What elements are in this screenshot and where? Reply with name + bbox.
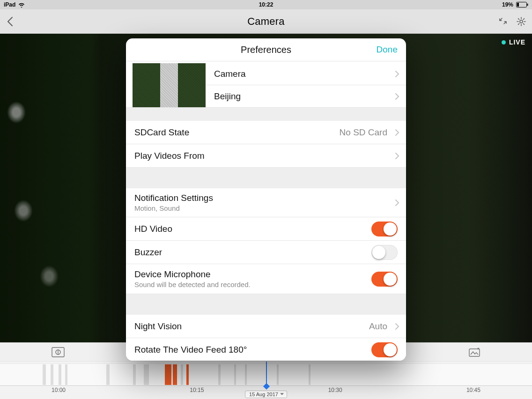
sdcard-value: No SD Card: [340, 127, 398, 138]
battery-pct: 19%: [502, 1, 513, 8]
back-button[interactable]: [7, 16, 14, 27]
timeline-event[interactable]: [133, 364, 136, 385]
hd-video-toggle[interactable]: [371, 222, 398, 236]
timeline-event[interactable]: [245, 364, 247, 385]
chevron-right-icon: [395, 129, 399, 136]
chevron-right-icon: [395, 323, 399, 330]
row-device-microphone: Device Microphone Sound will be detected…: [126, 264, 406, 294]
rotate-label: Rotate The Video Feed 180°: [134, 345, 247, 355]
nav-bar: Camera: [0, 9, 532, 34]
row-camera-name[interactable]: Camera: [206, 63, 406, 85]
done-button[interactable]: Done: [377, 44, 398, 55]
row-hd-video: HD Video: [126, 217, 406, 241]
camera-header: Camera Beijing: [126, 61, 406, 108]
svg-rect-7: [469, 349, 480, 356]
timeline-tick: 10:30: [328, 387, 342, 394]
night-vision-value: Auto: [369, 321, 398, 332]
svg-rect-2: [517, 3, 519, 7]
collapse-icon[interactable]: [498, 16, 508, 27]
play-from-label: Play Videos From: [134, 151, 205, 161]
svg-point-3: [520, 20, 523, 23]
timeline-event[interactable]: [173, 364, 177, 385]
row-play-videos-from[interactable]: Play Videos From: [126, 144, 406, 168]
mic-sub: Sound will be detected and recorded.: [134, 281, 251, 288]
row-night-vision[interactable]: Night Vision Auto: [126, 315, 406, 338]
clock: 10:22: [259, 1, 273, 8]
chevron-right-icon: [395, 70, 399, 78]
timeline-event[interactable]: [218, 364, 221, 385]
row-rotate-video: Rotate The Video Feed 180°: [126, 338, 406, 361]
mic-label: Device Microphone: [134, 269, 211, 280]
timeline-tick: 10:15: [190, 387, 204, 394]
row-camera-location[interactable]: Beijing: [206, 85, 406, 107]
timeline-event[interactable]: [277, 364, 279, 385]
timeline-event[interactable]: [234, 364, 236, 385]
timeline-tick: 10:00: [52, 387, 66, 394]
timeline-event[interactable]: [186, 364, 189, 385]
wifi-icon: [18, 2, 25, 7]
night-vision-label: Night Vision: [134, 321, 182, 332]
chevron-right-icon: [395, 199, 399, 207]
camera-location-label: Beijing: [214, 91, 241, 102]
row-notifications[interactable]: Notification Settings Motion, Sound: [126, 188, 406, 217]
mic-toggle[interactable]: [371, 272, 398, 287]
live-label: LIVE: [509, 38, 525, 46]
chevron-right-icon: [395, 93, 399, 100]
timeline[interactable]: 10:0010:1510:3010:45 15 Aug 2017: [0, 362, 532, 399]
timeline-event[interactable]: [59, 364, 61, 385]
battery-icon: [516, 2, 528, 7]
camera-thumbnail: [133, 63, 206, 107]
svg-rect-1: [527, 4, 528, 6]
rotate-toggle[interactable]: [371, 342, 398, 357]
timeline-tick: 10:45: [466, 387, 480, 394]
live-dot-icon: [502, 40, 506, 44]
hd-video-label: HD Video: [134, 224, 172, 234]
buzzer-toggle[interactable]: [371, 245, 398, 260]
timeline-event[interactable]: [144, 364, 149, 385]
snapshot-icon[interactable]: [468, 347, 480, 357]
status-bar: iPad 10:22 19%: [0, 0, 532, 9]
timeline-event[interactable]: [181, 364, 183, 385]
timeline-event[interactable]: [51, 364, 53, 385]
page-title: Camera: [247, 15, 284, 28]
modal-title: Preferences: [241, 44, 291, 55]
device-label: iPad: [4, 1, 15, 8]
row-sdcard[interactable]: SDCard State No SD Card: [126, 121, 406, 144]
notifications-sub: Motion, Sound: [134, 204, 180, 212]
record-icon[interactable]: [52, 347, 65, 357]
settings-icon[interactable]: [516, 16, 526, 27]
timeline-cursor[interactable]: [266, 362, 267, 386]
row-buzzer: Buzzer: [126, 241, 406, 264]
camera-name-label: Camera: [214, 69, 246, 79]
timeline-event[interactable]: [309, 364, 311, 385]
date-label: 15 Aug 2017: [249, 392, 278, 397]
sdcard-label: SDCard State: [134, 127, 189, 138]
notifications-label: Notification Settings: [134, 193, 213, 203]
chevron-right-icon: [395, 152, 399, 160]
timeline-event[interactable]: [43, 364, 46, 385]
date-picker[interactable]: 15 Aug 2017: [245, 391, 287, 398]
timeline-event[interactable]: [65, 364, 68, 385]
live-badge: LIVE: [502, 38, 525, 46]
timeline-event[interactable]: [165, 364, 171, 385]
buzzer-label: Buzzer: [134, 247, 162, 258]
preferences-modal: Preferences Done Camera Beijing SDCard S…: [126, 38, 406, 361]
timeline-event[interactable]: [106, 364, 110, 385]
